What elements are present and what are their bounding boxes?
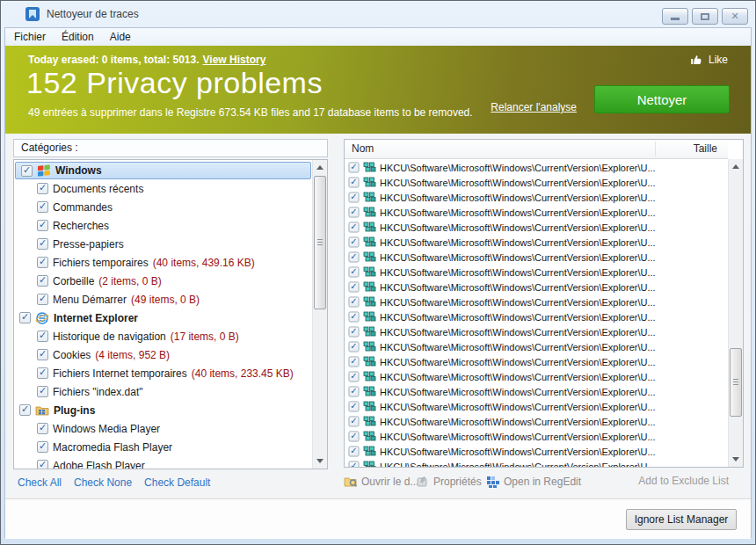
category-row-fichiers-index-dat[interactable]: Fichiers "index.dat" [14, 382, 312, 401]
result-row[interactable]: HKCU\Software\Microsoft\Windows\CurrentV… [345, 280, 728, 294]
result-row[interactable]: HKCU\Software\Microsoft\Windows\CurrentV… [345, 250, 728, 265]
scrollbar-thumb[interactable] [314, 176, 326, 309]
category-row-documents-recents[interactable]: Documents récents [14, 179, 312, 198]
result-row[interactable]: HKCU\Software\Microsoft\Windows\CurrentV… [345, 160, 728, 175]
checkbox[interactable] [349, 447, 360, 457]
checkbox[interactable] [349, 237, 360, 248]
result-row[interactable]: HKCU\Software\Microsoft\Windows\CurrentV… [345, 399, 728, 414]
result-row[interactable]: HKCU\Software\Microsoft\Windows\CurrentV… [345, 384, 728, 399]
scrollbar-thumb[interactable] [730, 348, 742, 417]
ignore-list-manager-button[interactable]: Ignore List Manager [626, 509, 737, 530]
checkbox[interactable] [37, 349, 48, 360]
title-bar[interactable]: Nettoyeur de traces ✕ [1, 1, 755, 27]
checkbox[interactable] [349, 461, 360, 467]
category-row-corbeille[interactable]: Corbeille(2 items, 0 B) [14, 272, 312, 290]
checkbox[interactable] [37, 275, 48, 287]
scroll-up-button[interactable] [313, 160, 328, 175]
category-row-presse-papiers[interactable]: Presse-papiers [14, 235, 312, 253]
category-row-fichiers-temporaires[interactable]: Fichiers temporaires(40 items, 439.16 KB… [14, 253, 312, 272]
result-row[interactable]: HKCU\Software\Microsoft\Windows\CurrentV… [345, 324, 728, 339]
checkbox[interactable] [19, 312, 31, 323]
result-row[interactable]: HKCU\Software\Microsoft\Windows\CurrentV… [345, 444, 728, 459]
checkbox[interactable] [37, 201, 48, 213]
checkbox[interactable] [37, 238, 48, 250]
checkbox[interactable] [37, 386, 48, 397]
checkbox[interactable] [349, 357, 360, 367]
checkbox[interactable] [37, 183, 48, 194]
add-to-exclude-list-button[interactable]: Add to Exclude List [638, 475, 729, 487]
checkbox[interactable] [349, 282, 360, 293]
view-history-link[interactable]: View History [203, 54, 266, 66]
checkbox[interactable] [349, 387, 360, 397]
clean-button[interactable]: Nettoyer [594, 85, 730, 113]
category-row-recherches[interactable]: Recherches [14, 216, 312, 235]
category-row-commandes[interactable]: Commandes [14, 198, 312, 216]
checkbox[interactable] [349, 163, 360, 173]
categories-scrollbar[interactable] [312, 160, 327, 469]
column-header-name[interactable]: Nom [352, 142, 374, 155]
maximize-button[interactable] [692, 8, 718, 25]
category-row-windows[interactable]: Windows [15, 162, 311, 179]
checkbox[interactable] [37, 460, 48, 469]
category-row-cookies[interactable]: Cookies(4 items, 952 B) [14, 345, 312, 364]
result-row[interactable]: HKCU\Software\Microsoft\Windows\CurrentV… [345, 369, 728, 384]
category-row-fichiers-internet-temporaires[interactable]: Fichiers Internet temporaires(40 items, … [14, 364, 312, 382]
category-row-macromedia-flash-player[interactable]: Macromedia Flash Player [14, 438, 312, 456]
result-row[interactable]: HKCU\Software\Microsoft\Windows\CurrentV… [345, 429, 728, 444]
checkbox[interactable] [349, 178, 360, 188]
category-row-windows-media-player[interactable]: Windows Media Player [14, 419, 312, 438]
result-row[interactable]: HKCU\Software\Microsoft\Windows\CurrentV… [345, 265, 728, 280]
minimize-button[interactable] [662, 8, 688, 25]
category-row-adobe-flash-player[interactable]: Adobe Flash Player [14, 456, 312, 469]
checkbox[interactable] [37, 367, 48, 379]
checkbox[interactable] [21, 165, 33, 177]
checkbox[interactable] [349, 193, 360, 203]
open-folder-button[interactable]: Ouvrir le d... [344, 475, 418, 489]
result-row[interactable]: HKCU\Software\Microsoft\Windows\CurrentV… [345, 294, 728, 309]
checkbox[interactable] [349, 402, 360, 412]
checkbox[interactable] [349, 372, 360, 382]
category-row-plug-ins[interactable]: Plug-ins [14, 401, 312, 419]
scroll-up-button[interactable] [729, 159, 744, 174]
checkbox[interactable] [349, 222, 360, 233]
like-button[interactable]: Like [689, 53, 728, 67]
scroll-down-button[interactable] [313, 454, 328, 469]
checkbox[interactable] [349, 207, 360, 218]
menu-item-aide[interactable]: Aide [102, 28, 139, 46]
result-row[interactable]: HKCU\Software\Microsoft\Windows\CurrentV… [345, 354, 728, 369]
checkbox[interactable] [19, 404, 31, 416]
menu-item-edition[interactable]: Édition [54, 28, 102, 46]
check-none-link[interactable]: Check None [74, 476, 132, 489]
scroll-down-button[interactable] [729, 452, 744, 467]
checkbox[interactable] [37, 294, 48, 305]
results-header[interactable]: Nom Taille [345, 140, 728, 159]
check-default-link[interactable]: Check Default [144, 476, 210, 489]
checkbox[interactable] [349, 267, 360, 278]
checkbox[interactable] [349, 297, 360, 308]
checkbox[interactable] [37, 257, 48, 268]
result-row[interactable]: HKCU\Software\Microsoft\Windows\CurrentV… [345, 414, 728, 429]
result-row[interactable]: HKCU\Software\Microsoft\Windows\CurrentV… [345, 459, 728, 467]
checkbox[interactable] [349, 432, 360, 442]
checkbox[interactable] [349, 252, 360, 263]
result-row[interactable]: HKCU\Software\Microsoft\Windows\CurrentV… [345, 339, 728, 354]
checkbox[interactable] [37, 220, 48, 231]
result-row[interactable]: HKCU\Software\Microsoft\Windows\CurrentV… [345, 309, 728, 324]
checkbox[interactable] [349, 327, 360, 338]
close-button[interactable]: ✕ [722, 8, 748, 25]
category-row-internet-explorer[interactable]: Internet Explorer [14, 309, 312, 327]
result-row[interactable]: HKCU\Software\Microsoft\Windows\CurrentV… [345, 175, 728, 190]
checkbox[interactable] [349, 312, 360, 323]
checkbox[interactable] [37, 331, 48, 342]
result-row[interactable]: HKCU\Software\Microsoft\Windows\CurrentV… [345, 205, 728, 220]
checkbox[interactable] [349, 417, 360, 427]
result-row[interactable]: HKCU\Software\Microsoft\Windows\CurrentV… [345, 190, 728, 205]
checkbox[interactable] [349, 342, 360, 352]
category-row-menu-demarrer[interactable]: Menu Démarrer(49 items, 0 B) [14, 290, 312, 309]
result-row[interactable]: HKCU\Software\Microsoft\Windows\CurrentV… [345, 235, 728, 250]
checkbox[interactable] [37, 423, 48, 434]
checkbox[interactable] [37, 441, 48, 453]
column-header-size[interactable]: Taille [694, 142, 717, 155]
column-divider[interactable] [655, 142, 656, 156]
result-row[interactable]: HKCU\Software\Microsoft\Windows\CurrentV… [345, 220, 728, 235]
